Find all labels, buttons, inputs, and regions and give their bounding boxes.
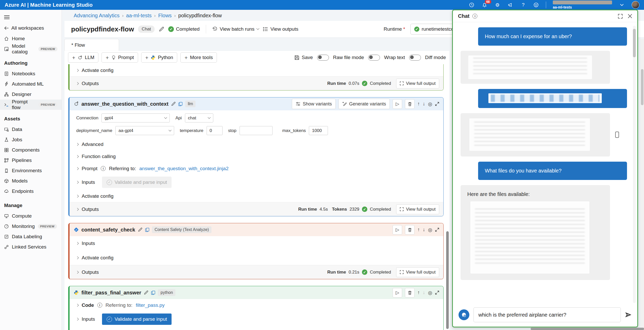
- run-node-button[interactable]: ▷: [393, 288, 402, 298]
- copy-icon[interactable]: [178, 102, 183, 106]
- copy-icon[interactable]: [151, 291, 155, 295]
- sidebar-item-data[interactable]: Data: [0, 124, 62, 135]
- chat-scrollbar-thumb[interactable]: [633, 29, 636, 57]
- sidebar-item-automated-ml[interactable]: Automated ML: [0, 79, 62, 89]
- copy-icon[interactable]: [145, 228, 149, 232]
- rename-pencil-icon[interactable]: [144, 290, 148, 295]
- prompt-section[interactable]: Prompt i Referring to: answer_the_questi…: [70, 162, 443, 175]
- breadcrumb-workspace-link[interactable]: Advancing Analytics: [74, 13, 120, 19]
- outputs-section[interactable]: Outputs Run time4.5s Tokens2329 ✓ Comple…: [70, 202, 443, 216]
- smiley-feedback-icon[interactable]: [533, 2, 539, 8]
- user-avatar[interactable]: [632, 1, 639, 9]
- move-up-icon[interactable]: ↑: [417, 290, 420, 295]
- new-chat-session-button[interactable]: [459, 309, 469, 320]
- rename-pencil-icon[interactable]: [138, 227, 142, 232]
- outputs-section[interactable]: Outputs Run time0.07s ✓ Completed View f…: [70, 76, 443, 90]
- sidebar-item-data-labeling[interactable]: Data Labeling: [0, 232, 62, 242]
- move-up-icon[interactable]: ↑: [417, 101, 420, 107]
- generate-variants-button[interactable]: Generate variants: [338, 99, 390, 109]
- node-filter-pass-final-answer[interactable]: filter_pass_final_answer python ▷ ↑ ↓: [68, 286, 444, 330]
- run-node-button[interactable]: ▷: [393, 99, 402, 109]
- inputs-section[interactable]: Inputs ✓ Validate and parse input: [70, 311, 443, 327]
- breadcrumb-flows-link[interactable]: Flows: [158, 13, 172, 19]
- help-icon[interactable]: ?: [520, 2, 526, 8]
- inputs-section[interactable]: Inputs ✓ Validate and parse input: [70, 175, 443, 190]
- chat-message-list[interactable]: How much can I expense for an uber? What…: [453, 22, 637, 307]
- activate-config-section[interactable]: Activate config: [70, 190, 443, 202]
- view-full-output-button[interactable]: View full output: [396, 267, 439, 277]
- activate-config-section[interactable]: Activate config: [70, 327, 443, 330]
- max-tokens-input[interactable]: 1000: [309, 126, 328, 135]
- delete-node-button[interactable]: [405, 99, 414, 109]
- activate-config-section[interactable]: Activate config: [70, 64, 443, 76]
- validate-parse-input-button[interactable]: ✓ Validate and parse input: [102, 314, 172, 325]
- advanced-section[interactable]: Advanced: [70, 138, 443, 150]
- history-icon[interactable]: [469, 2, 475, 8]
- sidebar-item-designer[interactable]: Designer: [0, 89, 62, 100]
- rename-pencil-icon[interactable]: [171, 102, 176, 106]
- delete-node-button[interactable]: [405, 225, 414, 235]
- bypass-node-icon[interactable]: ◎: [428, 290, 432, 296]
- code-file-link[interactable]: filter_pass.py: [136, 302, 165, 308]
- chat-info-icon[interactable]: i: [472, 14, 477, 19]
- view-outputs-button[interactable]: View outputs: [263, 26, 298, 32]
- breadcrumb-project-link[interactable]: aa-ml-tests: [126, 13, 152, 19]
- all-workspaces-back[interactable]: All workspaces: [0, 23, 62, 34]
- connection-select[interactable]: gpt4: [101, 113, 170, 122]
- horizontal-scrollbar[interactable]: [531, 328, 644, 330]
- sidebar-item-jobs[interactable]: Jobs: [0, 135, 62, 145]
- close-chat-icon[interactable]: [628, 14, 632, 18]
- api-select[interactable]: chat: [185, 113, 213, 122]
- node-chat-output-partial[interactable]: Activate config Outputs Run time0.07s ✓ …: [68, 64, 444, 90]
- diff-mode-toggle[interactable]: [409, 55, 421, 61]
- move-up-icon[interactable]: ↑: [417, 227, 420, 233]
- run-node-button[interactable]: ▷: [393, 225, 402, 235]
- tab-flow[interactable]: * Flow: [64, 39, 119, 51]
- add-python-button[interactable]: + Python: [141, 52, 177, 63]
- function-calling-section[interactable]: Function calling: [70, 150, 443, 162]
- more-tools-button[interactable]: + More tools: [180, 52, 217, 63]
- sidebar-item-prompt-flow[interactable]: Prompt flow PREVIEW: [0, 100, 62, 110]
- expand-node-icon[interactable]: [435, 228, 439, 232]
- sidebar-item-linked-services[interactable]: Linked Services: [0, 242, 62, 252]
- view-batch-runs-button[interactable]: View batch runs: [212, 26, 259, 32]
- expand-node-icon[interactable]: [435, 291, 439, 295]
- bypass-node-icon[interactable]: ◎: [428, 227, 432, 233]
- flow-scrollbar[interactable]: [446, 51, 449, 330]
- add-llm-button[interactable]: + LLM: [68, 52, 98, 63]
- sidebar-item-endpoints[interactable]: Endpoints: [0, 186, 62, 196]
- code-section[interactable]: Code i Referring to: filter_pass.py: [70, 299, 443, 311]
- page-scrollbar[interactable]: [640, 39, 644, 330]
- expand-node-icon[interactable]: [435, 102, 439, 106]
- sidebar-item-components[interactable]: Components: [0, 145, 62, 155]
- maximize-chat-icon[interactable]: [618, 14, 623, 19]
- chat-scrollbar[interactable]: [633, 26, 636, 303]
- bypass-node-icon[interactable]: ◎: [428, 101, 432, 107]
- delete-node-button[interactable]: [405, 288, 414, 298]
- flow-save-button[interactable]: Save: [294, 55, 313, 60]
- sidebar-item-environments[interactable]: Environments: [0, 166, 62, 176]
- sidebar-item-home[interactable]: Home: [0, 34, 62, 44]
- inputs-section[interactable]: Inputs: [70, 236, 443, 251]
- collapse-menu-button[interactable]: [0, 13, 62, 23]
- sidebar-item-pipelines[interactable]: Pipelines: [0, 155, 62, 166]
- tenant-chevron-down-icon[interactable]: [619, 2, 625, 8]
- sidebar-item-compute[interactable]: Compute: [0, 211, 62, 221]
- activate-config-section[interactable]: Activate config: [70, 251, 443, 265]
- edit-pencil-icon[interactable]: [159, 27, 164, 32]
- copy-message-icon[interactable]: [614, 131, 620, 138]
- chat-message-input[interactable]: [473, 307, 621, 322]
- raw-file-mode-toggle[interactable]: [317, 55, 329, 61]
- wrap-text-toggle[interactable]: [368, 55, 380, 61]
- settings-gear-icon[interactable]: ⚙: [494, 2, 501, 8]
- outputs-section[interactable]: Outputs Run time0.21s ✓ Completed View f…: [70, 265, 443, 279]
- deployment-name-select[interactable]: aa-gpt4: [115, 126, 174, 135]
- tenant-info[interactable]: aa-ml-tests: [553, 1, 612, 9]
- sidebar-item-models[interactable]: Models: [0, 176, 62, 186]
- page-scrollbar-thumb[interactable]: [641, 69, 643, 105]
- move-down-icon[interactable]: ↓: [423, 227, 425, 233]
- feedback-megaphone-icon[interactable]: [507, 2, 513, 8]
- node-answer-the-question-with-context[interactable]: answer_the_question_with_context llm Sho…: [68, 97, 444, 216]
- flow-scrollbar-thumb[interactable]: [446, 231, 449, 329]
- node-content-safety-check[interactable]: content_safety_check Content Safety (Tex…: [68, 223, 444, 279]
